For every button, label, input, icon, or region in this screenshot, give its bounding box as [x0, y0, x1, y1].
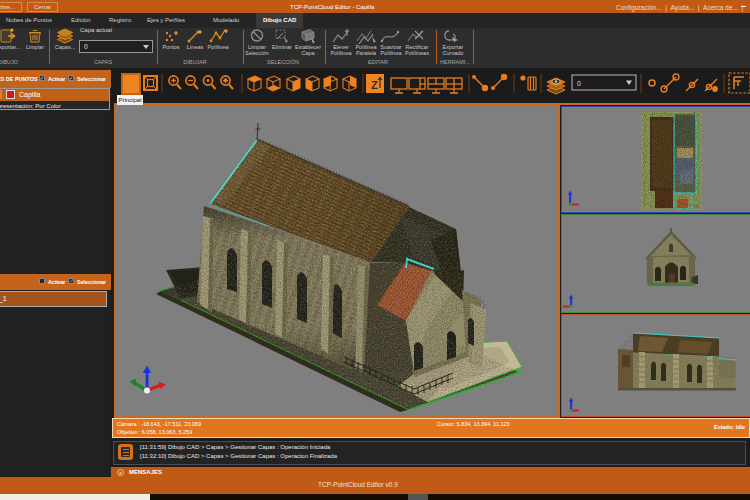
svg-text:Z: Z	[371, 79, 378, 91]
svg-text:0: 0	[577, 80, 581, 87]
